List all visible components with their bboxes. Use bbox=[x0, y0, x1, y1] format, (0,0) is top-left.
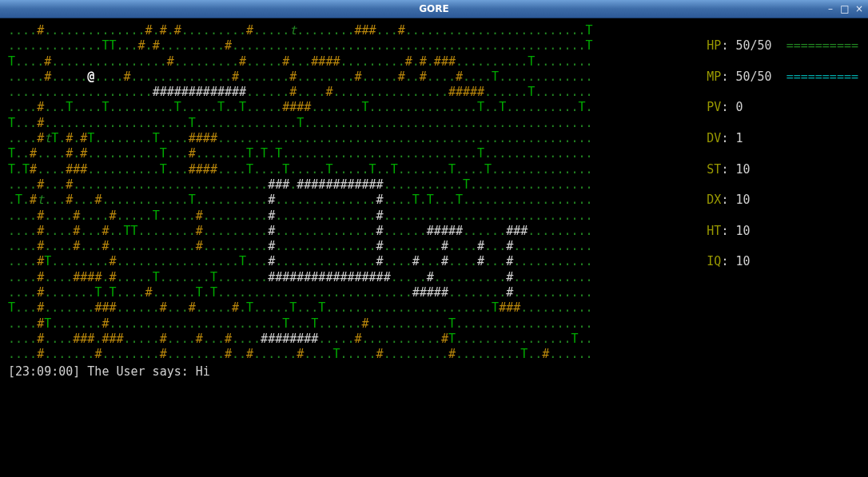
log-timestamp: [23:09:00] bbox=[8, 364, 80, 379]
stat-dx: DX: 10 bbox=[707, 193, 858, 208]
stat-st: ST: 10 bbox=[707, 162, 858, 177]
stat-mp: MP: 50/50 ========== bbox=[707, 70, 858, 85]
window-title: GORE bbox=[419, 3, 449, 14]
stat-pv: PV: 0 bbox=[707, 100, 858, 115]
minimize-icon[interactable]: – bbox=[825, 3, 836, 14]
mp-bar: ========== bbox=[786, 70, 858, 84]
terminal-viewport: ....#..............#.#.#.........#.....t… bbox=[0, 18, 868, 477]
stat-iq: IQ: 10 bbox=[707, 254, 858, 269]
stat-hp: HP: 50/50 ========== bbox=[707, 38, 858, 54]
maximize-icon[interactable]: □ bbox=[839, 3, 850, 14]
window-controls: – □ × bbox=[825, 3, 865, 14]
log-text: The User says: Hi bbox=[87, 364, 210, 379]
stat-dv: DV: 1 bbox=[707, 131, 858, 146]
stats-panel: HP: 50/50 ========== MP: 50/50 =========… bbox=[707, 23, 858, 300]
close-icon[interactable]: × bbox=[854, 3, 865, 14]
stat-ht: HT: 10 bbox=[707, 224, 858, 239]
message-log: [23:09:00] The User says: Hi bbox=[8, 364, 860, 380]
hp-bar: ========== bbox=[786, 38, 858, 53]
window-titlebar: GORE – □ × bbox=[0, 0, 868, 18]
